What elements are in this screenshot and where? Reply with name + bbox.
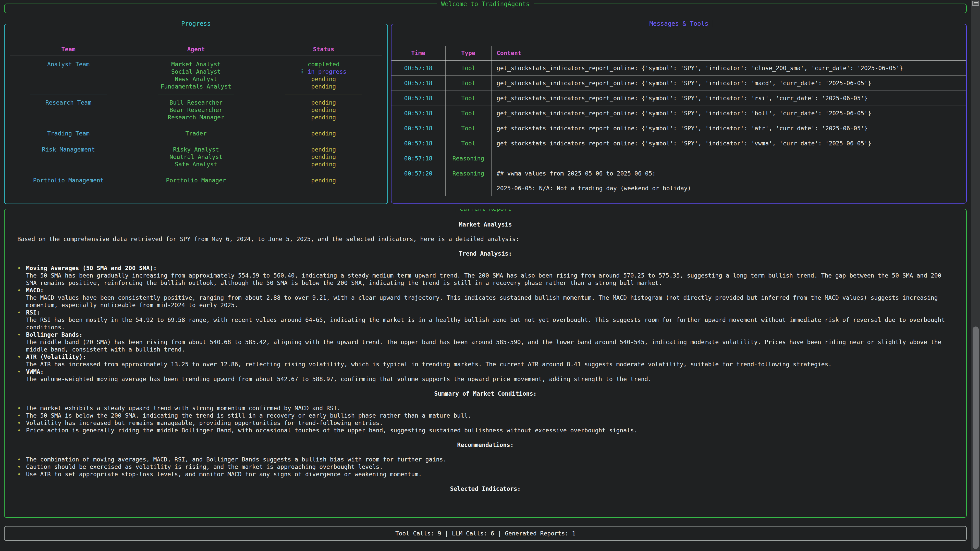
stats-text: Tool Calls: 9 | LLM Calls: 6 | Generated… [5, 527, 966, 540]
list-item: • VWMA: The volume-weighted moving avera… [18, 368, 953, 383]
status-pending: pending [260, 76, 387, 83]
message-time: 00:57:18 [391, 151, 445, 166]
message-content: get_stockstats_indicators_report_online:… [492, 121, 966, 136]
message-row: 00:57:20 Reasoning ## vwma values from 2… [391, 166, 966, 196]
bullet-icon: • [18, 331, 26, 353]
message-type: Tool [445, 121, 492, 136]
column-header-type: Type [445, 46, 492, 60]
progress-table-header: Team Agent Status [5, 46, 387, 52]
status-completed: completed [260, 61, 387, 68]
message-time: 00:57:18 [391, 91, 445, 106]
column-header-content: Content [492, 46, 966, 60]
message-content: get_stockstats_indicators_report_online:… [492, 76, 966, 91]
bullet-title: VWMA: [26, 368, 953, 375]
bullet-icon: • [18, 353, 26, 368]
bullet-body: The RSI has been mostly in the 54.92 to … [26, 316, 953, 331]
spinner-icon: ⠇ [301, 68, 305, 75]
team-name: Trading Team [5, 130, 132, 137]
status-pending: pending [260, 114, 387, 121]
status-pending: pending [260, 153, 387, 161]
section-heading-recommendations: Recommendations: [18, 441, 953, 449]
message-time: 00:57:18 [391, 136, 445, 151]
messages-table-header: Time Type Content [391, 46, 966, 61]
message-content: ## vwma values from 2025-05-06 to 2025-0… [492, 166, 966, 196]
list-item: • The combination of moving averages, MA… [18, 456, 953, 463]
agent-name: Risky Analyst [132, 146, 260, 153]
progress-panel-title: Progress [177, 20, 215, 27]
report-heading: Market Analysis [18, 221, 953, 228]
status-pending: pending [260, 146, 387, 153]
agent-name: Safe Analyst [132, 161, 260, 168]
team-group-risk: Risk Management Risky Analyst Neutral An… [5, 141, 387, 168]
group-divider [5, 168, 387, 172]
list-item: • Price action is generally riding the m… [18, 427, 953, 434]
message-row: 00:57:18 Tool get_stockstats_indicators_… [391, 136, 966, 151]
messages-tools-panel: Messages & Tools Time Type Content 00:57… [391, 24, 967, 203]
list-item: • ATR (Volatility): The ATR has increase… [18, 353, 953, 368]
agent-name: Market Analyst [132, 61, 260, 68]
scrollbar-menu-button[interactable] [972, 1, 979, 6]
report-body: Market Analysis Based on the comprehensi… [5, 209, 966, 492]
list-item: • Bollinger Bands: The middle band (20 S… [18, 331, 953, 353]
message-type: Tool [445, 91, 492, 106]
status-in-progress: ⠇in_progress [260, 68, 387, 76]
status-pending: pending [260, 161, 387, 168]
message-type: Reasoning [445, 151, 492, 166]
bullet-icon: • [18, 463, 26, 471]
bullet-body: The 50 SMA has been gradually increasing… [26, 272, 953, 287]
scrollbar-thumb[interactable] [973, 327, 979, 549]
bullet-icon: • [18, 419, 26, 427]
bullet-body: The 50 SMA is below the 200 SMA, indicat… [26, 412, 953, 419]
group-divider [5, 90, 387, 94]
team-group-portfolio: Portfolio Management Portfolio Manager p… [5, 172, 387, 184]
message-row: 00:57:18 Tool get_stockstats_indicators_… [391, 76, 966, 91]
bullet-icon: • [18, 309, 26, 331]
status-pending: pending [260, 130, 387, 137]
bullet-body: The combination of moving averages, MACD… [26, 456, 953, 463]
message-type: Tool [445, 61, 492, 76]
welcome-banner-title: Welcome to TradingAgents [437, 0, 534, 8]
bullet-body: The volume-weighted moving average has b… [26, 375, 953, 383]
message-type: Reasoning [445, 166, 492, 196]
bullet-icon: • [18, 287, 26, 309]
section-heading-selected-indicators: Selected Indicators: [18, 485, 953, 492]
report-panel-title: Current Report [455, 209, 515, 212]
agent-name: News Analyst [132, 76, 260, 83]
agent-name: Bear Researcher [132, 106, 260, 114]
status-pending: pending [260, 83, 387, 90]
message-time: 00:57:18 [391, 121, 445, 136]
section-heading-summary: Summary of Market Conditions: [18, 390, 953, 397]
bullet-icon: • [18, 368, 26, 383]
message-type: Tool [445, 76, 492, 91]
progress-panel: Progress Team Agent Status Analyst Team … [4, 24, 388, 204]
list-item: • Caution should be exercised as volatil… [18, 463, 953, 471]
messages-panel-title: Messages & Tools [645, 20, 712, 27]
message-row: 00:57:18 Tool get_stockstats_indicators_… [391, 91, 966, 106]
report-intro: Based on the comprehensive data retrieve… [18, 235, 953, 243]
group-divider [5, 137, 387, 141]
column-header-time: Time [391, 46, 445, 60]
agent-name: Social Analyst [132, 68, 260, 76]
agent-name: Portfolio Manager [132, 177, 260, 184]
bullet-icon: • [18, 427, 26, 434]
list-item: • The 50 SMA is below the 200 SMA, indic… [18, 412, 953, 419]
bullet-body: The ATR has increased from approximately… [26, 361, 953, 368]
status-pending: pending [260, 106, 387, 114]
bullet-body: The market exhibits a steady upward tren… [26, 405, 953, 412]
status-pending: pending [260, 177, 387, 184]
bullet-body: The middle band (20 SMA) has been rising… [26, 338, 953, 353]
list-item: • MACD: The MACD values have been consis… [18, 287, 953, 309]
group-divider [5, 184, 387, 188]
scrollbar-track[interactable] [971, 0, 980, 551]
bullet-body: The MACD values have been consistently p… [26, 294, 953, 309]
bullet-title: RSI: [26, 309, 953, 316]
section-heading-trend-analysis: Trend Analysis: [18, 250, 953, 257]
list-item: • Moving Averages (50 SMA and 200 SMA): … [18, 265, 953, 287]
bullet-icon: • [18, 405, 26, 412]
messages-table: Time Type Content 00:57:18 Tool get_stoc… [391, 46, 966, 196]
group-divider [5, 121, 387, 125]
message-row: 00:57:18 Tool get_stockstats_indicators_… [391, 61, 966, 76]
message-content [492, 151, 966, 166]
agent-name: Research Manager [132, 114, 260, 121]
team-name: Analyst Team [5, 61, 132, 90]
